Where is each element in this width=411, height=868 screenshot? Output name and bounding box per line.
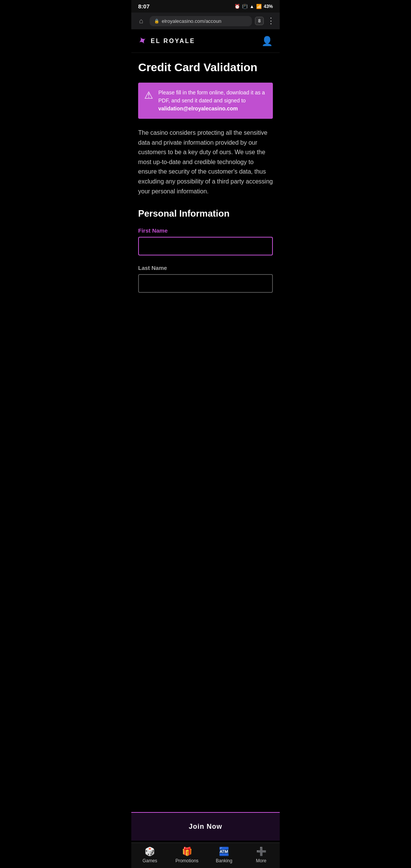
browser-bar: ⌂ 🔒 elroyalecasino.com/accoun 8 ⋮ <box>131 13 280 29</box>
first-name-input[interactable] <box>138 237 273 255</box>
banking-label: Banking <box>216 858 232 863</box>
logo-feather-icon: ✦ <box>135 33 149 48</box>
first-name-field: First Name <box>138 227 273 255</box>
banner-message: Please fill in the form online, download… <box>158 89 265 104</box>
battery-text: 43% <box>264 4 273 9</box>
user-profile-button[interactable]: 👤 <box>261 36 273 46</box>
logo-text: EL ROYALE <box>151 38 195 45</box>
section-heading: Personal Information <box>138 208 273 219</box>
nav-item-promotions[interactable]: 🎁 Promotions <box>169 843 206 868</box>
page-title: Credit Card Validation <box>138 61 273 74</box>
status-bar: 8:07 ⏰ 📳 ▲ 📶 43% <box>131 0 280 13</box>
games-icon: 🎲 <box>145 847 155 857</box>
last-name-input[interactable] <box>138 274 273 293</box>
warning-icon: ⚠ <box>144 89 153 101</box>
signal-icon: 📶 <box>256 4 262 9</box>
banner-email[interactable]: validation@elroyalecasino.com <box>158 105 238 112</box>
nav-item-more[interactable]: ➕ More <box>243 843 280 868</box>
url-text: elroyalecasino.com/accoun <box>162 18 221 24</box>
site-header: ✦ EL ROYALE 👤 <box>131 29 280 53</box>
vibrate-icon: 📳 <box>242 4 248 9</box>
bottom-nav: 🎲 Games 🎁 Promotions 🏧 Banking ➕ More <box>131 842 280 868</box>
banking-icon: 🏧 <box>219 847 229 857</box>
tabs-button[interactable]: 8 <box>255 17 264 25</box>
more-label: More <box>256 858 266 863</box>
games-label: Games <box>142 858 157 863</box>
more-icon: ➕ <box>256 847 266 857</box>
first-name-label: First Name <box>138 227 273 234</box>
home-button[interactable]: ⌂ <box>136 16 147 26</box>
description-text: The casino considers protecting all the … <box>138 128 273 196</box>
promotions-icon: 🎁 <box>182 847 192 857</box>
cta-bar: Join Now <box>131 812 280 841</box>
lock-icon: 🔒 <box>154 19 159 24</box>
main-content: Credit Card Validation ⚠ Please fill in … <box>131 53 280 370</box>
browser-more-button[interactable]: ⋮ <box>267 17 275 25</box>
banner-body: Please fill in the form online, download… <box>158 89 267 113</box>
last-name-label: Last Name <box>138 265 273 271</box>
status-icons: ⏰ 📳 ▲ 📶 43% <box>234 4 273 9</box>
nav-item-games[interactable]: 🎲 Games <box>131 843 169 868</box>
join-now-button[interactable]: Join Now <box>138 819 273 834</box>
wifi-icon: ▲ <box>250 4 254 9</box>
logo-area: ✦ EL ROYALE <box>138 35 195 47</box>
promotions-label: Promotions <box>175 858 199 863</box>
last-name-field: Last Name <box>138 265 273 293</box>
url-bar[interactable]: 🔒 elroyalecasino.com/accoun <box>150 16 252 26</box>
info-banner: ⚠ Please fill in the form online, downlo… <box>138 83 273 119</box>
nav-item-banking[interactable]: 🏧 Banking <box>206 843 243 868</box>
status-time: 8:07 <box>138 3 150 10</box>
alarm-icon: ⏰ <box>234 4 240 9</box>
